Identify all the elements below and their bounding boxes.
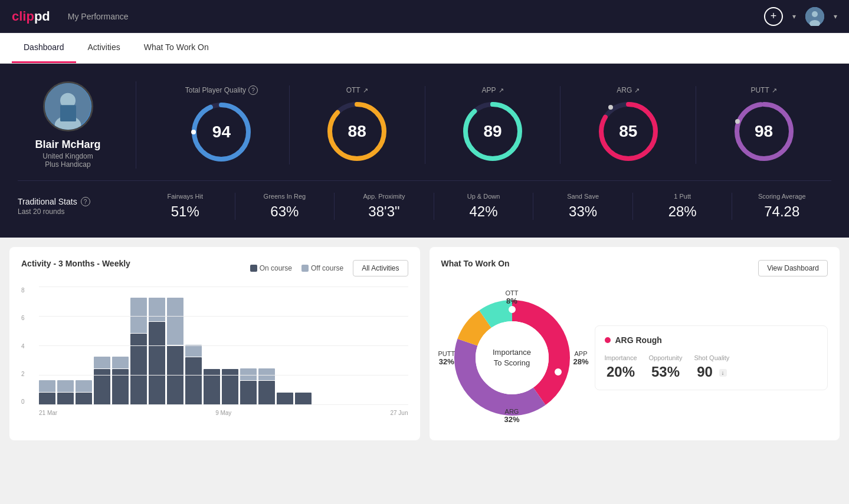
x-label-1: 21 Mar bbox=[39, 410, 162, 416]
score-putt: PUTT ↗ 98 bbox=[696, 86, 831, 164]
score-ott-value: 88 bbox=[348, 122, 366, 141]
player-avatar bbox=[43, 81, 93, 131]
chart-gridlines bbox=[39, 287, 408, 405]
player-name: Blair McHarg bbox=[35, 139, 100, 151]
view-dashboard-button[interactable]: View Dashboard bbox=[758, 260, 828, 276]
score-app-value: 89 bbox=[483, 122, 501, 141]
player-section: Blair McHarg United Kingdom Plus Handica… bbox=[18, 81, 831, 169]
trad-stat-sandsave-label: Sand Save bbox=[539, 193, 627, 200]
svg-point-26 bbox=[509, 307, 515, 312]
trad-stat-1putt-value: 28% bbox=[639, 203, 726, 220]
stats-hero: Blair McHarg United Kingdom Plus Handica… bbox=[0, 64, 849, 238]
work-metric-shot-quality: Shot Quality 90 ↓ bbox=[694, 354, 729, 380]
app-header: clippd My Performance + ▾ ▾ bbox=[0, 0, 849, 33]
score-putt-value: 98 bbox=[755, 122, 773, 141]
work-metric-importance-label: Importance bbox=[605, 354, 637, 361]
score-arg-circle: 85 bbox=[596, 99, 661, 164]
activity-chart-controls: On course Off course All Activities bbox=[250, 260, 408, 276]
score-putt-circle: 98 bbox=[732, 99, 796, 164]
player-handicap: Plus Handicap bbox=[45, 160, 90, 169]
score-arg: ARG ↗ 85 bbox=[560, 86, 696, 164]
chart-inner: 0 2 4 6 8 bbox=[21, 287, 408, 416]
score-app-circle: 89 bbox=[460, 99, 525, 164]
x-axis-labels: 21 Mar 9 May 27 Jun bbox=[21, 410, 408, 416]
add-button[interactable]: + bbox=[764, 7, 783, 26]
activity-chart-card: Activity - 3 Months - Weekly On course O… bbox=[9, 247, 420, 440]
trad-stat-scoring: Scoring Average 74.28 bbox=[732, 193, 831, 220]
score-putt-label: PUTT ↗ bbox=[750, 86, 776, 94]
user-chevron: ▾ bbox=[834, 12, 837, 21]
legend-on-course: On course bbox=[250, 264, 292, 272]
svg-rect-6 bbox=[60, 105, 76, 121]
trad-stat-1putt: 1 Putt 28% bbox=[633, 193, 733, 220]
nav-tabs: Dashboard Activities What To Work On bbox=[0, 33, 849, 64]
chart-legend: On course Off course bbox=[250, 264, 344, 272]
arg-arrow-icon: ↗ bbox=[634, 87, 640, 94]
work-detail-dot bbox=[605, 337, 611, 343]
trad-stat-updown-label: Up & Down bbox=[440, 193, 527, 200]
trad-stat-proximity-value: 38'3" bbox=[340, 203, 428, 220]
trad-stats-subtitle: Last 20 rounds bbox=[18, 207, 136, 216]
trad-stats-title: Traditional Stats ? bbox=[18, 197, 136, 206]
user-avatar[interactable] bbox=[805, 7, 824, 26]
score-app-label: APP ↗ bbox=[481, 86, 503, 94]
trad-stat-proximity: App. Proximity 38'3" bbox=[335, 193, 434, 220]
tab-what-to-work-on[interactable]: What To Work On bbox=[132, 33, 221, 63]
work-metric-importance-value: 20% bbox=[605, 364, 637, 380]
work-metric-importance: Importance 20% bbox=[605, 354, 637, 380]
score-ott-circle: 88 bbox=[324, 99, 389, 164]
work-on-header: What To Work On View Dashboard bbox=[441, 259, 828, 278]
donut-label-putt: PUTT 32% bbox=[438, 350, 455, 366]
svg-point-17 bbox=[608, 105, 613, 110]
work-metric-shot-quality-value: 90 ↓ bbox=[694, 364, 729, 380]
work-metric-shot-quality-label: Shot Quality bbox=[694, 354, 729, 361]
score-ott-label: OTT ↗ bbox=[346, 86, 368, 94]
trad-stat-1putt-label: 1 Putt bbox=[639, 193, 726, 200]
x-label-2: 9 May bbox=[162, 410, 286, 416]
what-to-work-on-card: What To Work On View Dashboard bbox=[430, 247, 840, 440]
trad-stat-scoring-value: 74.28 bbox=[738, 203, 825, 220]
donut-chart-container: Importance To Scoring OTT 8% ARG 32% APP… bbox=[441, 287, 583, 429]
donut-label-ott: OTT 8% bbox=[506, 289, 519, 305]
donut-center-text: Importance To Scoring bbox=[493, 347, 531, 368]
header-actions: + ▾ ▾ bbox=[764, 7, 837, 26]
svg-point-27 bbox=[555, 369, 561, 375]
trad-stat-greens-value: 63% bbox=[241, 203, 329, 220]
legend-off-course-dot bbox=[301, 265, 309, 272]
header-title: My Performance bbox=[68, 12, 764, 21]
putt-arrow-icon: ↗ bbox=[772, 87, 777, 94]
scores-section: Total Player Quality ? 94 OTT ↗ bbox=[136, 81, 831, 169]
app-arrow-icon: ↗ bbox=[499, 87, 504, 94]
svg-point-20 bbox=[735, 119, 740, 124]
trad-stats-values: Fairways Hit 51% Greens In Reg 63% App. … bbox=[136, 193, 831, 220]
add-button-chevron: ▾ bbox=[792, 12, 796, 21]
trad-stats-help-icon[interactable]: ? bbox=[81, 197, 90, 206]
work-on-content: Importance To Scoring OTT 8% ARG 32% APP… bbox=[441, 287, 828, 429]
activity-chart-header: Activity - 3 Months - Weekly On course O… bbox=[21, 259, 408, 278]
work-detail-metrics: Importance 20% Opportunity 53% Shot Qual… bbox=[605, 354, 818, 380]
total-help-icon[interactable]: ? bbox=[248, 85, 258, 95]
score-ott: OTT ↗ 88 bbox=[290, 86, 425, 164]
score-app: APP ↗ 89 bbox=[425, 86, 561, 164]
svg-point-1 bbox=[812, 11, 818, 17]
score-total: Total Player Quality ? 94 bbox=[154, 85, 290, 164]
player-avatar-image bbox=[45, 81, 91, 131]
all-activities-button[interactable]: All Activities bbox=[353, 260, 408, 276]
trad-stat-updown: Up & Down 42% bbox=[434, 193, 534, 220]
trad-stat-fairways: Fairways Hit 51% bbox=[136, 193, 235, 220]
trad-stat-greens-label: Greens In Reg bbox=[241, 193, 329, 200]
work-detail-card: ARG Rough Importance 20% Opportunity 53%… bbox=[595, 325, 828, 390]
work-metric-opportunity-value: 53% bbox=[649, 364, 683, 380]
player-info: Blair McHarg United Kingdom Plus Handica… bbox=[18, 81, 136, 169]
svg-point-14 bbox=[490, 102, 495, 107]
tab-dashboard[interactable]: Dashboard bbox=[12, 33, 76, 63]
trad-stat-fairways-value: 51% bbox=[142, 203, 229, 220]
bottom-section: Activity - 3 Months - Weekly On course O… bbox=[0, 238, 849, 450]
tab-activities[interactable]: Activities bbox=[76, 33, 132, 63]
x-label-3: 27 Jun bbox=[285, 410, 408, 416]
trad-stat-greens: Greens In Reg 63% bbox=[235, 193, 335, 220]
chart-grid: 0 2 4 6 8 bbox=[21, 287, 408, 405]
trad-stats-label: Traditional Stats ? Last 20 rounds bbox=[18, 197, 136, 216]
work-metric-opportunity-label: Opportunity bbox=[649, 354, 683, 361]
work-on-title: What To Work On bbox=[441, 259, 510, 268]
